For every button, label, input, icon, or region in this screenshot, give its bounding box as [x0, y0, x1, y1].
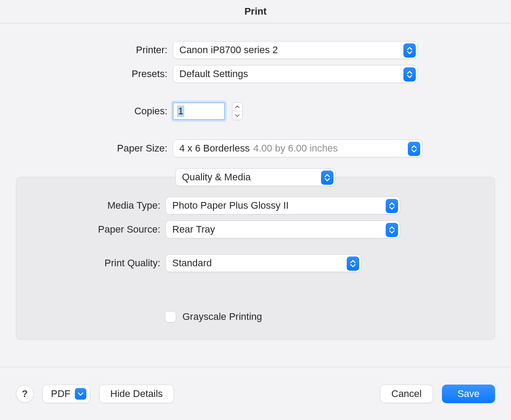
presets-select-value: Default Settings [179, 68, 248, 80]
printer-select-value: Canon iP8700 series 2 [179, 44, 278, 56]
help-button[interactable]: ? [16, 385, 34, 403]
hide-details-button[interactable]: Hide Details [99, 385, 174, 403]
paper-size-value: 4 x 6 Borderless [179, 143, 250, 154]
help-icon: ? [22, 388, 27, 400]
dialog-footer: ? PDF Hide Details Cancel Save [0, 367, 511, 420]
cancel-button[interactable]: Cancel [380, 385, 433, 403]
updown-icon [408, 142, 420, 156]
presets-select[interactable]: Default Settings [173, 65, 418, 83]
copies-value: 1 [177, 105, 184, 117]
media-type-value: Photo Paper Plus Glossy II [172, 200, 289, 211]
save-button[interactable]: Save [442, 385, 495, 403]
paper-source-select[interactable]: Rear Tray [166, 221, 400, 238]
copies-label: Copies: [0, 105, 167, 117]
presets-label: Presets: [0, 68, 167, 80]
updown-icon [386, 223, 398, 237]
stepper-down-icon[interactable] [232, 112, 242, 120]
copies-stepper[interactable] [232, 102, 243, 120]
paper-size-detail: 4.00 by 6.00 inches [253, 143, 338, 154]
cancel-label: Cancel [391, 388, 422, 400]
section-select-value: Quality & Media [182, 171, 251, 183]
pdf-menu-label: PDF [51, 388, 70, 400]
print-quality-label: Print Quality: [16, 257, 160, 269]
paper-size-select[interactable]: 4 x 6 Borderless 4.00 by 6.00 inches [173, 140, 422, 157]
grayscale-label: Grayscale Printing [182, 311, 262, 323]
paper-source-label: Paper Source: [16, 224, 160, 235]
updown-icon [386, 199, 398, 213]
updown-icon [403, 67, 416, 82]
paper-size-label: Paper Size: [0, 143, 167, 154]
copies-input[interactable]: 1 [173, 102, 225, 120]
printer-label: Printer: [0, 44, 167, 56]
section-select[interactable]: Quality & Media [175, 168, 336, 186]
save-label: Save [457, 388, 480, 400]
hide-details-label: Hide Details [110, 388, 163, 400]
updown-icon [321, 171, 333, 185]
dialog-title: Print [0, 0, 511, 23]
print-quality-select[interactable]: Standard [166, 254, 361, 272]
chevron-down-icon [75, 388, 86, 400]
print-quality-value: Standard [172, 257, 212, 269]
updown-icon [403, 43, 416, 58]
dialog-body: Printer: Canon iP8700 series 2 Presets: … [0, 23, 511, 340]
updown-icon [347, 257, 359, 271]
printer-select[interactable]: Canon iP8700 series 2 [173, 41, 418, 59]
stepper-up-icon[interactable] [232, 103, 242, 112]
media-type-select[interactable]: Photo Paper Plus Glossy II [166, 197, 400, 214]
media-type-label: Media Type: [16, 200, 160, 211]
pdf-menu-button[interactable]: PDF [43, 385, 90, 403]
section-panel: Quality & Media Media Type: Photo Paper … [16, 177, 495, 340]
paper-source-value: Rear Tray [172, 224, 215, 235]
grayscale-checkbox[interactable] [165, 311, 176, 323]
